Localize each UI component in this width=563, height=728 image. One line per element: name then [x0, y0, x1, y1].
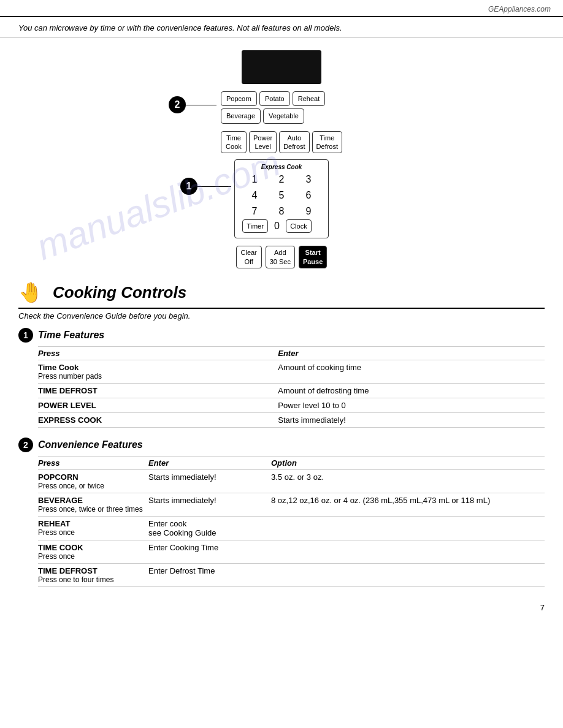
- label-1-bubble: 1: [180, 178, 231, 195]
- add-30sec-button[interactable]: Add30 Sec: [266, 246, 295, 268]
- table-row: TIME DEFROSTAmount of defrosting time: [38, 384, 545, 398]
- table-row: REHEATPress onceEnter cook see Cooking G…: [38, 517, 545, 540]
- option-cell: [271, 517, 545, 540]
- option-cell: 8 oz,12 oz,16 oz. or 4 oz. (236 mL,355 m…: [271, 493, 545, 517]
- time-col-press: Press: [38, 347, 278, 360]
- express-cook-label: Express Cook: [242, 164, 321, 170]
- reheat-button[interactable]: Reheat: [293, 91, 325, 106]
- num-9: 9: [296, 205, 321, 218]
- bottom-row: ClearOff Add30 Sec StartPause: [236, 246, 327, 268]
- site-url: GEAppliances.com: [488, 5, 551, 13]
- cooking-section: 🤚 Cooking Controls Check the Convenience…: [0, 275, 563, 587]
- cooking-header: 🤚 Cooking Controls: [18, 281, 545, 309]
- auto-defrost-button[interactable]: AutoDefrost: [279, 131, 309, 154]
- option-cell: [271, 540, 545, 564]
- enter-cell: Enter cook see Cooking Guide: [148, 517, 271, 540]
- table-row: POPCORNPress once, or twiceStarts immedi…: [38, 470, 545, 493]
- timer-button[interactable]: Timer: [242, 219, 268, 233]
- start-pause-button[interactable]: StartPause: [299, 246, 327, 268]
- press-cell: TIME DEFROSTPress one to four times: [38, 564, 148, 587]
- press-cell: TIME COOKPress once: [38, 540, 148, 564]
- enter-cell: Starts immediately!: [148, 493, 271, 517]
- press-cell: BEVERAGEPress once, twice or three times: [38, 493, 148, 517]
- time-defrost-button[interactable]: TimeDefrost: [312, 131, 342, 154]
- press-cell: Time CookPress number pads: [38, 360, 278, 384]
- press-cell: POWER LEVEL: [38, 398, 278, 413]
- table-row: EXPRESS COOKStarts immediately!: [38, 413, 545, 428]
- label-2-bubble: 2: [169, 96, 216, 113]
- page-header: GEAppliances.com: [0, 0, 563, 17]
- table-row: Time CookPress number padsAmount of cook…: [38, 360, 545, 384]
- enter-cell: Amount of defrosting time: [278, 384, 545, 398]
- potato-button[interactable]: Potato: [259, 91, 290, 106]
- enter-cell: Enter Cooking Time: [148, 540, 271, 564]
- microwave-panel: 2 Popcorn Potato Reheat Beverage Vegetab…: [221, 50, 342, 268]
- convenience-features-title: Convenience Features: [38, 439, 143, 450]
- table-row: POWER LEVELPower level 10 to 0: [38, 398, 545, 413]
- sub-note: Check the Convenience Guide before you b…: [18, 311, 545, 320]
- num-8: 8: [269, 205, 294, 218]
- conv-col-press: Press: [38, 457, 148, 470]
- option-cell: [271, 564, 545, 587]
- panel-area: 2 Popcorn Potato Reheat Beverage Vegetab…: [0, 38, 563, 275]
- hand-icon: 🤚: [18, 281, 43, 304]
- num-4: 4: [242, 189, 267, 202]
- timer-zero-clock-row: Timer 0 Clock: [242, 219, 321, 233]
- time-features-header: 1 Time Features: [18, 328, 545, 343]
- table-row: TIME DEFROSTPress one to four timesEnter…: [38, 564, 545, 587]
- convenience-features-bubble: 2: [18, 438, 33, 452]
- time-col-enter: Enter: [278, 347, 545, 360]
- time-cook-button[interactable]: TimeCook: [221, 131, 247, 154]
- num-7: 7: [242, 205, 267, 218]
- time-features-section: 1 Time Features Press Enter Time CookPre…: [18, 328, 545, 428]
- page-number: 7: [0, 597, 563, 618]
- enter-cell: Power level 10 to 0: [278, 398, 545, 413]
- press-cell: EXPRESS COOK: [38, 413, 278, 428]
- number-grid: 1 2 3 4 5 6 7 8 9: [242, 173, 321, 218]
- convenience-features-header: 2 Convenience Features: [18, 438, 545, 452]
- convenience-features-table: Press Enter Option POPCORNPress once, or…: [38, 456, 545, 587]
- number-pad-container: Express Cook 1 2 3 4 5 6 7 8 9 Timer 0 C…: [234, 159, 329, 238]
- enter-cell: Starts immediately!: [278, 413, 545, 428]
- table-row: BEVERAGEPress once, twice or three times…: [38, 493, 545, 517]
- time-features-table: Press Enter Time CookPress number padsAm…: [38, 346, 545, 428]
- num-6: 6: [296, 189, 321, 202]
- clear-off-button[interactable]: ClearOff: [236, 246, 262, 268]
- convenience-row-1: Popcorn Potato Reheat: [221, 91, 342, 106]
- label-2-num: 2: [169, 96, 186, 113]
- display-screen: [242, 50, 321, 84]
- zero-key: 0: [274, 221, 280, 232]
- conv-col-enter: Enter: [148, 457, 271, 470]
- num-3: 3: [296, 173, 321, 186]
- num-5: 5: [269, 189, 294, 202]
- label-1-num: 1: [180, 178, 197, 195]
- vegetable-button[interactable]: Vegetable: [263, 108, 304, 123]
- power-level-button[interactable]: PowerLevel: [249, 131, 277, 154]
- time-features-title: Time Features: [38, 330, 104, 341]
- press-cell: POPCORNPress once, or twice: [38, 470, 148, 493]
- beverage-button[interactable]: Beverage: [221, 108, 261, 123]
- conv-col-option: Option: [271, 457, 545, 470]
- enter-cell: Enter Defrost Time: [148, 564, 271, 587]
- function-row: TimeCook PowerLevel AutoDefrost TimeDefr…: [221, 131, 342, 154]
- time-features-bubble: 1: [18, 328, 33, 343]
- intro-text: You can microwave by time or with the co…: [0, 17, 563, 38]
- press-cell: REHEATPress once: [38, 517, 148, 540]
- num-1: 1: [242, 173, 267, 186]
- convenience-features-section: 2 Convenience Features Press Enter Optio…: [18, 438, 545, 587]
- cooking-title: Cooking Controls: [53, 283, 186, 302]
- option-cell: 3.5 oz. or 3 oz.: [271, 470, 545, 493]
- enter-cell: Amount of cooking time: [278, 360, 545, 384]
- enter-cell: Starts immediately!: [148, 470, 271, 493]
- clock-button[interactable]: Clock: [286, 219, 312, 233]
- table-row: TIME COOKPress onceEnter Cooking Time: [38, 540, 545, 564]
- num-2: 2: [269, 173, 294, 186]
- popcorn-button[interactable]: Popcorn: [221, 91, 257, 106]
- convenience-row-2: Beverage Vegetable: [221, 108, 342, 123]
- press-cell: TIME DEFROST: [38, 384, 278, 398]
